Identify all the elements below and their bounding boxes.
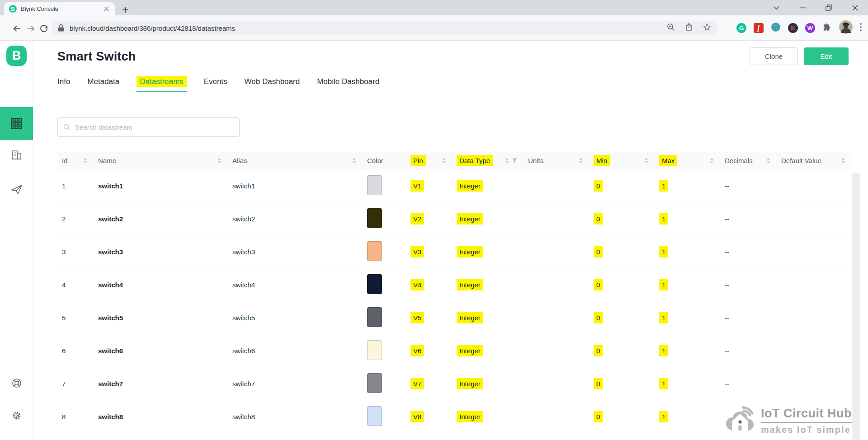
star-icon (703, 23, 712, 32)
watermark-subtitle: makes IoT simple (761, 425, 852, 435)
row-pin: V4 (410, 279, 424, 290)
column-header-pin[interactable]: Pin (406, 152, 452, 169)
column-header-units[interactable]: Units (524, 152, 589, 169)
row-id: 4 (62, 281, 66, 289)
table-row[interactable]: 6 switch6 switch6 V6 Integer 0 1 -- (57, 334, 852, 367)
sidebar-item-settings[interactable] (0, 407, 33, 425)
column-header-name[interactable]: Name (94, 152, 228, 169)
column-header-min[interactable]: Min (589, 152, 655, 169)
search-input[interactable] (75, 123, 234, 131)
blynk-console-app: B (0, 41, 868, 440)
reload-button[interactable] (38, 23, 49, 34)
column-header-default-value[interactable]: Default Value (777, 152, 852, 169)
row-pin: V8 (410, 411, 424, 422)
close-window-button[interactable] (842, 0, 868, 15)
browser-window: B Blynk.Console (0, 0, 868, 440)
row-max: 1 (659, 345, 668, 356)
color-swatch (367, 340, 382, 360)
tab-events[interactable]: Events (204, 77, 227, 92)
tab-datastreams[interactable]: Datastreams (137, 77, 186, 92)
table-row[interactable]: 1 switch1 switch1 V1 Integer 0 1 -- (57, 169, 852, 202)
row-alias: switch8 (232, 413, 255, 421)
back-button[interactable] (11, 23, 22, 34)
gear-icon (11, 410, 22, 421)
zoom-out-icon (666, 23, 675, 32)
color-swatch (367, 175, 382, 195)
url-text[interactable]: blynk.cloud/dashboard/386/product/42818/… (70, 24, 666, 32)
table-row[interactable]: 5 switch5 switch5 V5 Integer 0 1 -- (57, 301, 852, 334)
table-row[interactable]: 2 switch2 switch2 V2 Integer 0 1 -- (57, 202, 852, 235)
kite-extension-icon[interactable]: K (788, 23, 798, 33)
restore-button[interactable] (816, 0, 842, 15)
blynk-logo[interactable]: B (6, 46, 27, 66)
table-scrollbar[interactable] (852, 173, 860, 440)
table-row[interactable]: 3 switch3 switch3 V3 Integer 0 1 -- (57, 235, 852, 268)
column-header-max[interactable]: Max (655, 152, 720, 169)
tab-mobile-dashboard[interactable]: Mobile Dashboard (317, 77, 379, 92)
grammarly-extension-icon[interactable]: G (736, 23, 746, 33)
row-id: 7 (62, 380, 66, 388)
zoom-indicator-button[interactable] (666, 23, 675, 33)
address-bar[interactable]: blynk.cloud/dashboard/386/product/42818/… (52, 21, 718, 35)
datastreams-table: Id Name Alias Color Pin Data Type Units … (57, 152, 852, 433)
row-min: 0 (594, 246, 603, 257)
sidebar-item-support[interactable] (0, 374, 33, 392)
color-swatch (367, 307, 382, 327)
row-name: switch7 (98, 380, 123, 388)
search-icon (63, 124, 71, 131)
minimize-button[interactable] (789, 0, 816, 15)
row-alias: switch1 (232, 182, 255, 190)
datastream-search-box[interactable] (57, 117, 240, 137)
product-tabs: Info Metadata Datastreams Events Web Das… (57, 77, 868, 92)
table-row[interactable]: 4 switch4 switch4 V4 Integer 0 1 -- (57, 268, 852, 301)
row-decimals: -- (725, 281, 729, 289)
row-max: 1 (659, 312, 668, 323)
table-row[interactable]: 7 switch7 switch7 V7 Integer 0 1 -- (57, 367, 852, 400)
column-header-id[interactable]: Id (57, 152, 94, 169)
wappalyzer-extension-icon[interactable]: W (805, 23, 815, 33)
row-id: 3 (62, 248, 66, 256)
tab-search-button[interactable] (763, 0, 789, 15)
column-header-data-type[interactable]: Data Type (452, 152, 524, 169)
extensions-button[interactable] (822, 23, 832, 34)
color-swatch (367, 208, 382, 228)
tab-web-dashboard[interactable]: Web Dashboard (245, 77, 300, 92)
flash-extension-icon[interactable]: f (754, 23, 764, 33)
row-name: switch3 (98, 248, 123, 256)
browser-menu-button[interactable] (860, 23, 862, 33)
row-alias: switch4 (232, 281, 255, 289)
share-button[interactable] (684, 23, 693, 33)
column-header-decimals[interactable]: Decimals (720, 152, 777, 169)
tab-metadata[interactable]: Metadata (87, 77, 119, 92)
row-name: switch6 (98, 347, 123, 355)
row-max: 1 (659, 279, 668, 290)
sidebar-item-notifications[interactable] (0, 181, 33, 199)
edit-button[interactable]: Edit (804, 47, 849, 65)
row-id: 8 (62, 413, 66, 421)
tab-close-button[interactable] (102, 5, 110, 13)
browser-toolbar: blynk.cloud/dashboard/386/product/42818/… (0, 15, 868, 41)
clone-button[interactable]: Clone (750, 47, 798, 65)
kebab-menu-icon (860, 23, 862, 31)
forward-button[interactable] (25, 23, 36, 34)
new-tab-button[interactable] (119, 4, 131, 15)
main-content: Smart Switch Clone Edit Info Metadata Da… (33, 41, 868, 440)
row-data-type: Integer (457, 246, 483, 257)
globe-extension-icon[interactable] (771, 22, 781, 34)
row-min: 0 (594, 312, 603, 323)
bookmark-button[interactable] (703, 23, 712, 33)
sort-icon (766, 158, 770, 164)
browser-tab[interactable]: B Blynk.Console (4, 2, 115, 15)
filter-icon[interactable] (512, 158, 517, 163)
column-header-alias[interactable]: Alias (228, 152, 363, 169)
tab-info[interactable]: Info (57, 77, 70, 92)
column-header-color: Color (363, 152, 406, 169)
datastreams-highlight: Datastreams (137, 76, 186, 87)
row-id: 6 (62, 347, 66, 355)
sort-icon (710, 158, 714, 164)
profile-avatar[interactable] (839, 20, 853, 36)
sidebar-item-organization[interactable] (0, 146, 33, 164)
sidebar-item-templates[interactable] (0, 107, 33, 140)
row-min: 0 (594, 378, 603, 389)
iot-circuit-hub-watermark: IoT Circuit Hub makes IoT simple (720, 404, 855, 437)
